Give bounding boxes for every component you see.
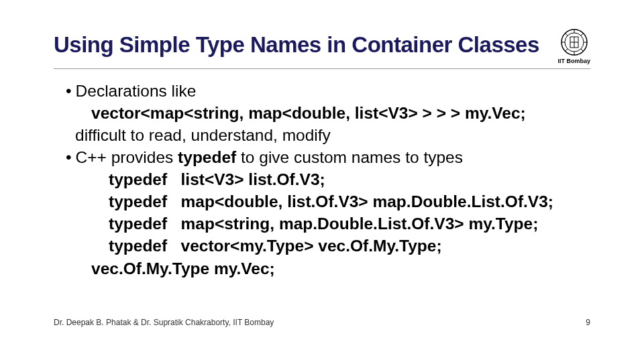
final-decl-text: vec.Of.My.Type my.Vec; (91, 259, 275, 278)
slide-title: Using Simple Type Names in Container Cla… (54, 32, 539, 58)
typedef-body-1: list<V3> list.Of.V3; (181, 170, 325, 188)
bullet-2-text-a: C++ provides (76, 148, 178, 166)
bullet-marker: • (66, 82, 72, 100)
typedef-keyword: typedef (109, 237, 167, 255)
slide-body: •Declarations like vector<map<string, ma… (54, 80, 590, 280)
svg-line-6 (565, 33, 568, 36)
typedef-keyword-inline: typedef (178, 148, 236, 166)
typedef-keyword: typedef (109, 192, 167, 210)
typedef-keyword: typedef (109, 170, 167, 188)
bullet-1-followup: difficult to read, understand, modify (54, 124, 590, 146)
slide-header: Using Simple Type Names in Container Cla… (54, 32, 590, 69)
bullet-1-code-line: vector<map<string, map<double, list<V3> … (54, 102, 590, 124)
typedef-line-4: typedef vector<my.Type> vec.Of.My.Type; (54, 235, 590, 257)
svg-line-9 (581, 33, 584, 36)
bullet-marker: • (66, 148, 72, 166)
typedef-line-1: typedef list<V3> list.Of.V3; (54, 168, 590, 190)
typedef-line-3: typedef map<string, map.Double.List.Of.V… (54, 213, 590, 235)
logo-caption: IIT Bombay (557, 58, 590, 64)
typedef-line-2: typedef map<double, list.Of.V3> map.Doub… (54, 190, 590, 213)
typedef-body-4: vector<my.Type> vec.Of.My.Type; (181, 237, 442, 255)
typedef-keyword: typedef (109, 215, 167, 233)
typedef-body-3: map<string, map.Double.List.Of.V3> my.Ty… (181, 215, 539, 233)
code-vector-decl: vector<map<string, map<double, list<V3> … (91, 104, 526, 122)
svg-line-7 (581, 49, 584, 52)
bullet-1: •Declarations like (54, 80, 590, 102)
bullet-2-text-b: to give custom names to types (236, 148, 463, 166)
footer-credit: Dr. Deepak B. Phatak & Dr. Supratik Chak… (54, 318, 274, 327)
bullet-2: •C++ provides typedef to give custom nam… (54, 146, 590, 168)
final-declaration: vec.Of.My.Type my.Vec; (54, 257, 590, 280)
svg-line-8 (565, 49, 568, 52)
bullet-1-text: Declarations like (76, 82, 197, 100)
slide-footer: Dr. Deepak B. Phatak & Dr. Supratik Chak… (54, 318, 590, 327)
slide: Using Simple Type Names in Container Cla… (0, 0, 644, 362)
institution-logo: IIT Bombay (557, 28, 590, 64)
gear-emblem-icon (560, 28, 588, 56)
typedef-body-2: map<double, list.Of.V3> map.Double.List.… (181, 192, 553, 210)
page-number: 9 (586, 318, 590, 327)
